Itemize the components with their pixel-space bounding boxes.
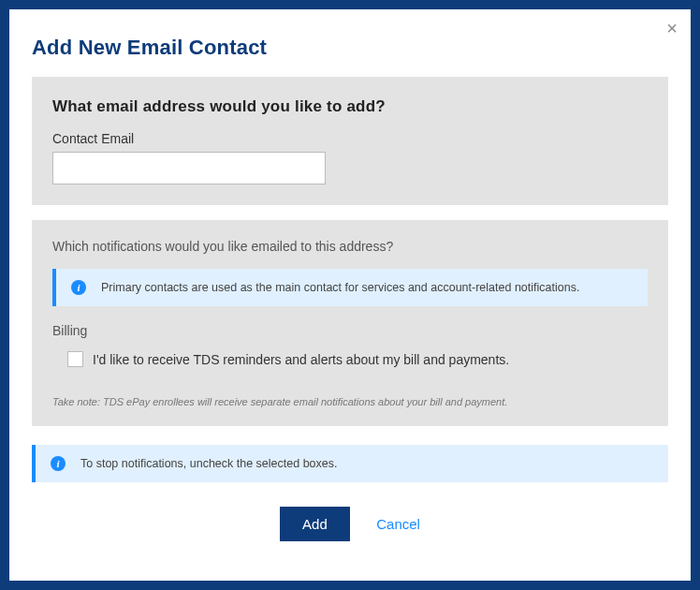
modal-title: Add New Email Contact [9, 9, 691, 77]
billing-reminders-label: I'd like to receive TDS reminders and al… [93, 352, 509, 367]
add-email-contact-modal: × Add New Email Contact What email addre… [9, 9, 691, 581]
stop-notifications-text: To stop notifications, uncheck the selec… [80, 457, 337, 470]
billing-section-label: Billing [52, 323, 648, 338]
add-button[interactable]: Add [280, 507, 350, 541]
primary-contact-info: i Primary contacts are used as the main … [52, 269, 648, 306]
info-icon: i [71, 280, 86, 295]
notifications-panel: Which notifications would you like email… [32, 220, 668, 426]
info-icon: i [51, 456, 66, 471]
contact-email-input[interactable] [52, 152, 326, 184]
cancel-button[interactable]: Cancel [376, 516, 420, 532]
email-section-heading: What email address would you like to add… [52, 97, 648, 116]
billing-reminders-checkbox[interactable] [67, 351, 83, 367]
primary-contact-info-text: Primary contacts are used as the main co… [101, 281, 579, 294]
email-input-panel: What email address would you like to add… [32, 77, 668, 205]
close-icon[interactable]: × [666, 19, 678, 37]
notifications-question: Which notifications would you like email… [52, 239, 648, 254]
billing-checkbox-row: I'd like to receive TDS reminders and al… [67, 351, 648, 367]
button-row: Add Cancel [9, 501, 691, 541]
contact-email-label: Contact Email [52, 131, 648, 146]
epay-footnote: Take note: TDS ePay enrollees will recei… [52, 395, 648, 409]
stop-notifications-info: i To stop notifications, uncheck the sel… [32, 445, 668, 482]
